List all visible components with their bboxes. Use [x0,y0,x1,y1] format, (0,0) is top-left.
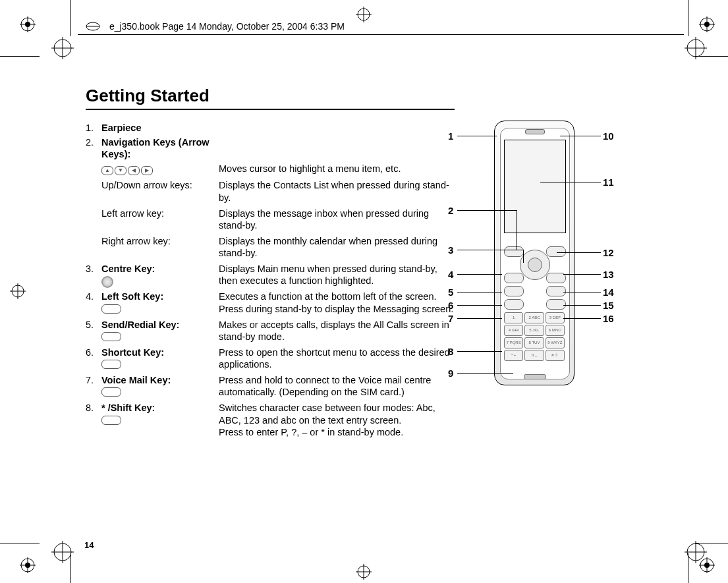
keypad-key: 5 JKL [524,325,544,336]
callout-8: 8 [448,346,453,357]
key-row-right [546,299,566,310]
phone-screen [504,140,566,233]
earpiece-icon [525,129,545,134]
corner-cross-icon [685,541,707,563]
callout-5: 5 [448,287,453,298]
left-soft-key [504,246,524,257]
callout-14: 14 [603,287,614,298]
leader-line [517,210,517,250]
callout-10: 10 [603,130,614,142]
reg-mark-icon [20,557,36,573]
keypad-key: 6 MNO [546,325,565,336]
crop-line [0,56,40,57]
callout-7: 7 [448,313,453,324]
keypad-key: # ⇧ [546,350,565,361]
header-oval-icon [86,22,100,33]
page-header: e_j350.book Page 14 Monday, October 25, … [86,21,345,33]
callout-9: 9 [448,368,453,379]
leader-line [563,318,601,319]
keypad-key: 1 [504,312,523,323]
leader-line [457,136,497,136]
keypad-key: 9 WXYZ [546,337,565,348]
phone-diagram: 12 ABC3 DEF4 GHI5 JKL6 MNO7 PQRS8 TUV9 W… [455,121,646,397]
callout-13: 13 [603,269,614,280]
keypad-key: 3 DEF [546,312,565,323]
leader-line [457,305,502,306]
callout-12: 12 [603,247,614,258]
callout-11: 11 [603,177,614,188]
key-icon [101,332,121,341]
callout-6: 6 [448,300,453,311]
phone-body: 12 ABC3 DEF4 GHI5 JKL6 MNO7 PQRS8 TUV9 W… [494,121,574,385]
key-icon [101,387,121,397]
page-title: Getting Started [86,86,659,106]
centre-key [528,258,542,272]
list-item: 8.* /Shift Key:Switches character case b… [86,402,659,437]
title-rule [86,109,455,110]
arrow-up-icon: ▲ [101,166,113,175]
clear-key [546,286,566,296]
callout-1: 1 [448,130,453,142]
keypad-key: 4 GHI [504,325,523,336]
reg-mark-icon [356,7,372,22]
mic-icon [524,374,546,379]
leader-line [457,292,502,292]
arrow-down-icon: ▼ [115,166,126,175]
voicemail-key [504,299,524,310]
header-rule [78,34,684,35]
arrow-right-icon: ▶ [141,166,153,175]
leader-line [563,292,601,292]
keypad-key: * + [504,350,523,361]
leader-line [457,373,513,374]
right-soft-key [546,246,566,257]
leader-line [457,250,523,250]
callout-4: 4 [448,269,453,280]
key-icon [101,304,121,314]
keypad: 12 ABC3 DEF4 GHI5 JKL6 MNO7 PQRS8 TUV9 W… [504,312,565,362]
corner-cross-icon [685,37,707,59]
callout-3: 3 [448,244,453,256]
key-icon [101,416,121,425]
keypad-key: 2 ABC [524,312,544,323]
key-icon [101,360,121,369]
corner-cross-icon [51,37,74,59]
reg-mark-icon [10,283,26,299]
callout-2: 2 [448,205,453,216]
arrow-left-icon: ◀ [128,166,140,175]
crop-line [70,0,71,36]
leader-line [523,250,524,263]
centre-key-icon [101,276,113,288]
leader-line [457,351,502,352]
header-text: e_j350.book Page 14 Monday, October 25, … [109,21,345,32]
reg-mark-icon [356,564,372,580]
leader-line [560,136,601,136]
callout-15: 15 [603,300,614,311]
reg-mark-icon [20,16,36,32]
keypad-key: 8 TUV [524,337,544,348]
keypad-key: 0 _ [524,350,544,361]
keypad-key: 7 PQRS [504,337,523,348]
crop-line [0,543,40,543]
callout-16: 16 [603,313,614,324]
leader-line [540,182,601,182]
page-number: 14 [84,540,94,550]
reg-mark-icon [699,16,715,32]
crop-line [688,0,688,36]
send-key [504,273,524,283]
leader-line [557,252,601,253]
corner-cross-icon [51,541,74,563]
shortcut-key [504,286,524,296]
leader-line [563,305,601,306]
leader-line [563,274,601,275]
leader-line [457,274,502,275]
leader-line [457,318,502,319]
leader-line [457,210,517,211]
